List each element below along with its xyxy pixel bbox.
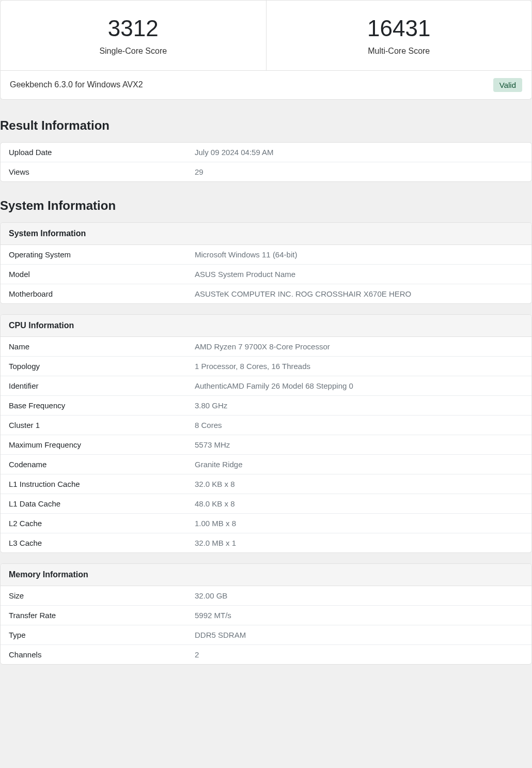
table-row: L2 Cache 1.00 MB x 8 <box>1 514 531 533</box>
table-row: Size 32.00 GB <box>1 586 531 606</box>
row-label: Name <box>1 337 186 357</box>
table-header: Memory Information <box>1 564 531 586</box>
row-value: 32.0 KB x 8 <box>186 474 531 494</box>
single-core-score-value: 3312 <box>11 15 256 42</box>
row-value: 32.00 GB <box>186 586 531 606</box>
row-label: Channels <box>1 645 186 664</box>
row-label: L1 Instruction Cache <box>1 474 186 494</box>
table-row: Identifier AuthenticAMD Family 26 Model … <box>1 376 531 396</box>
row-value: 8 Cores <box>186 416 531 435</box>
table-row: Name AMD Ryzen 7 9700X 8-Core Processor <box>1 337 531 357</box>
row-label: Base Frequency <box>1 396 186 416</box>
row-value: 29 <box>186 162 531 181</box>
row-label: Cluster 1 <box>1 416 186 435</box>
result-information-heading: Result Information <box>0 118 532 133</box>
multi-core-score-box: 16431 Multi-Core Score <box>267 1 532 70</box>
table-row: Views 29 <box>1 162 531 181</box>
row-value: 3.80 GHz <box>186 396 531 416</box>
table-row: Type DDR5 SDRAM <box>1 625 531 645</box>
result-information-table: Upload Date July 09 2024 04:59 AM Views … <box>0 142 532 182</box>
row-value: AMD Ryzen 7 9700X 8-Core Processor <box>186 337 531 357</box>
table-row: L1 Data Cache 48.0 KB x 8 <box>1 494 531 514</box>
system-information-heading: System Information <box>0 198 532 213</box>
row-label: L2 Cache <box>1 514 186 533</box>
row-label: Identifier <box>1 376 186 396</box>
row-value: ASUS System Product Name <box>186 265 531 284</box>
row-label: Topology <box>1 357 186 376</box>
row-label: Views <box>1 162 186 181</box>
table-row: Maximum Frequency 5573 MHz <box>1 435 531 455</box>
row-label: Upload Date <box>1 143 186 162</box>
row-value: 1.00 MB x 8 <box>186 514 531 533</box>
multi-core-score-label: Multi-Core Score <box>277 47 522 56</box>
table-row: Motherboard ASUSTeK COMPUTER INC. ROG CR… <box>1 284 531 303</box>
single-core-score-label: Single-Core Score <box>11 47 256 56</box>
row-value: Granite Ridge <box>186 455 531 474</box>
table-header: System Information <box>1 223 531 245</box>
row-value: Microsoft Windows 11 (64-bit) <box>186 245 531 265</box>
table-row: Channels 2 <box>1 645 531 664</box>
table-row: L3 Cache 32.0 MB x 1 <box>1 533 531 552</box>
table-row: Operating System Microsoft Windows 11 (6… <box>1 245 531 265</box>
table-row: L1 Instruction Cache 32.0 KB x 8 <box>1 474 531 494</box>
row-value: July 09 2024 04:59 AM <box>186 143 531 162</box>
row-label: Maximum Frequency <box>1 435 186 455</box>
row-label: Operating System <box>1 245 186 265</box>
row-label: L3 Cache <box>1 533 186 552</box>
single-core-score-box: 3312 Single-Core Score <box>1 1 267 70</box>
table-row: Transfer Rate 5992 MT/s <box>1 606 531 625</box>
row-label: Type <box>1 625 186 645</box>
row-label: Codename <box>1 455 186 474</box>
system-information-table: System Information Operating System Micr… <box>0 222 532 304</box>
row-value: 1 Processor, 8 Cores, 16 Threads <box>186 357 531 376</box>
table-row: Cluster 1 8 Cores <box>1 416 531 435</box>
row-value: DDR5 SDRAM <box>186 625 531 645</box>
row-value: 48.0 KB x 8 <box>186 494 531 514</box>
version-text: Geekbench 6.3.0 for Windows AVX2 <box>10 80 143 89</box>
row-label: Motherboard <box>1 284 186 303</box>
multi-core-score-value: 16431 <box>277 15 522 42</box>
valid-badge: Valid <box>493 78 522 92</box>
table-row: Codename Granite Ridge <box>1 455 531 474</box>
row-value: 5573 MHz <box>186 435 531 455</box>
cpu-information-table: CPU Information Name AMD Ryzen 7 9700X 8… <box>0 314 532 553</box>
table-header: CPU Information <box>1 315 531 337</box>
table-row: Topology 1 Processor, 8 Cores, 16 Thread… <box>1 357 531 376</box>
row-value: AuthenticAMD Family 26 Model 68 Stepping… <box>186 376 531 396</box>
row-label: L1 Data Cache <box>1 494 186 514</box>
row-value: 32.0 MB x 1 <box>186 533 531 552</box>
table-row: Base Frequency 3.80 GHz <box>1 396 531 416</box>
row-value: ASUSTeK COMPUTER INC. ROG CROSSHAIR X670… <box>186 284 531 303</box>
row-label: Model <box>1 265 186 284</box>
row-value: 5992 MT/s <box>186 606 531 625</box>
scores-panel: 3312 Single-Core Score 16431 Multi-Core … <box>0 0 532 71</box>
memory-information-table: Memory Information Size 32.00 GB Transfe… <box>0 563 532 665</box>
row-label: Size <box>1 586 186 606</box>
row-value: 2 <box>186 645 531 664</box>
row-label: Transfer Rate <box>1 606 186 625</box>
version-bar: Geekbench 6.3.0 for Windows AVX2 Valid <box>0 71 532 100</box>
table-row: Model ASUS System Product Name <box>1 265 531 284</box>
table-row: Upload Date July 09 2024 04:59 AM <box>1 143 531 162</box>
